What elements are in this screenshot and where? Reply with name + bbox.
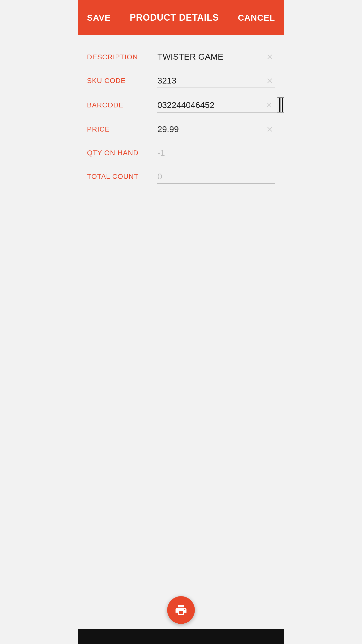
close-icon xyxy=(266,125,274,133)
barcode-clear-button[interactable] xyxy=(264,101,274,108)
price-input[interactable] xyxy=(157,122,264,136)
sku-code-row: SKU CODE xyxy=(87,67,275,90)
price-row: PRICE xyxy=(87,115,275,139)
print-button[interactable] xyxy=(167,596,195,624)
cancel-button[interactable]: CANCEL xyxy=(238,13,275,23)
description-clear-button[interactable] xyxy=(264,53,275,61)
sku-code-label: SKU CODE xyxy=(87,77,152,85)
price-label: PRICE xyxy=(87,125,152,133)
sku-code-input[interactable] xyxy=(157,74,264,88)
qty-on-hand-label: QTY ON HAND xyxy=(87,149,152,157)
barcode-input[interactable] xyxy=(157,98,264,112)
price-field-wrapper xyxy=(157,122,275,136)
description-row: DESCRIPTION xyxy=(87,43,275,67)
close-icon xyxy=(266,101,273,108)
total-count-input[interactable] xyxy=(157,170,275,183)
barcode-row: BARCODE xyxy=(87,90,275,115)
bottom-navigation-bar xyxy=(78,629,284,644)
price-clear-button[interactable] xyxy=(264,125,275,133)
total-count-field-wrapper xyxy=(157,170,275,184)
close-icon xyxy=(266,77,274,85)
barcode-scanner-button[interactable] xyxy=(277,97,284,112)
close-icon xyxy=(266,53,274,61)
barcode-icon xyxy=(279,98,284,112)
svg-rect-3 xyxy=(284,98,284,112)
print-fab-container xyxy=(167,596,195,624)
svg-rect-2 xyxy=(282,98,283,112)
sku-code-clear-button[interactable] xyxy=(264,77,275,85)
form-content: DESCRIPTION SKU CODE BARCODE xyxy=(78,35,284,629)
page-title: PRODUCT DETAILS xyxy=(130,12,219,23)
sku-code-field-wrapper xyxy=(157,74,275,88)
description-input[interactable] xyxy=(157,50,264,64)
barcode-label: BARCODE xyxy=(87,101,152,109)
description-field-wrapper xyxy=(157,50,275,64)
qty-on-hand-row: QTY ON HAND xyxy=(87,139,275,163)
qty-on-hand-input[interactable] xyxy=(157,146,275,160)
svg-rect-0 xyxy=(279,98,280,112)
print-icon xyxy=(174,603,188,617)
total-count-label: TOTAL COUNT xyxy=(87,173,152,181)
app-header: SAVE PRODUCT DETAILS CANCEL xyxy=(78,0,284,35)
save-button[interactable]: SAVE xyxy=(87,13,111,23)
svg-rect-1 xyxy=(281,98,281,112)
total-count-row: TOTAL COUNT xyxy=(87,163,275,186)
qty-on-hand-field-wrapper xyxy=(157,146,275,160)
description-label: DESCRIPTION xyxy=(87,53,152,61)
